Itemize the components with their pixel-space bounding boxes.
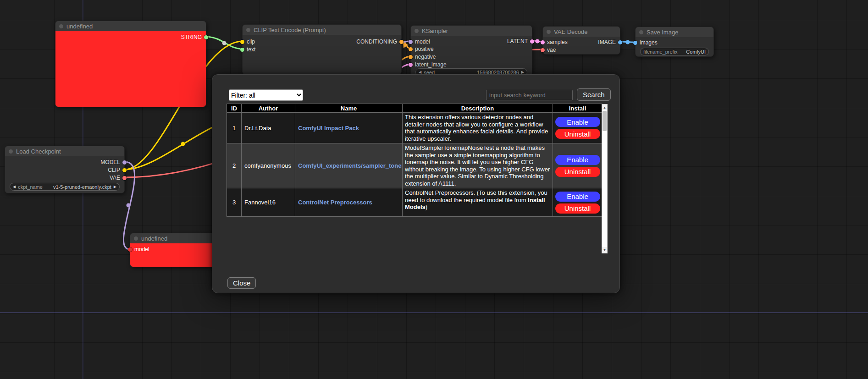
input-dot-latent-image[interactable] <box>409 63 413 67</box>
cell-name: ComfyUI_experiments/sampler_tonemap <box>295 143 403 188</box>
table-row: 1Dr.Lt.DataComfyUI Impact PackThis exten… <box>227 113 603 143</box>
uninstall-button[interactable]: Uninstall <box>555 129 600 139</box>
output-dot-conditioning[interactable] <box>399 40 404 44</box>
table-scrollbar[interactable]: ▲ ▼ <box>602 104 608 253</box>
slot-label: VAE <box>110 175 120 181</box>
slot-label: images <box>640 39 658 46</box>
next-arrow-icon[interactable]: ▶ <box>114 185 116 189</box>
cell-id: 2 <box>227 143 242 188</box>
uninstall-button[interactable]: Uninstall <box>555 167 600 177</box>
extensions-table-head-row: IDAuthorNameDescriptionInstall <box>227 104 603 113</box>
node-title: VAE Decode <box>554 28 587 35</box>
output-dot-vae[interactable] <box>122 176 127 180</box>
input-dot-positive[interactable] <box>409 47 413 51</box>
slot-label: IMAGE <box>598 39 616 45</box>
column-header: Name <box>295 104 403 113</box>
slot-label: model <box>134 246 149 253</box>
input-dot-negative[interactable] <box>409 55 413 59</box>
collapse-dot-icon[interactable] <box>246 28 250 32</box>
cell-description: ModelSamplerTonemapNoiseTest a node that… <box>403 143 553 188</box>
enable-button[interactable]: Enable <box>555 192 600 202</box>
link-midpoint-dot <box>127 203 131 208</box>
node-save-image[interactable]: Save Image images filename_prefix ComfyU… <box>635 27 714 57</box>
custom-nodes-manager-dialog: Filter: all Search IDAuthorNameDescripti… <box>212 74 620 293</box>
link-midpoint-dot <box>181 142 185 146</box>
cell-id: 3 <box>227 188 242 217</box>
collapse-dot-icon[interactable] <box>59 24 63 28</box>
input-dot-model[interactable] <box>409 40 413 44</box>
extensions-table-container: IDAuthorNameDescriptionInstall 1Dr.Lt.Da… <box>227 104 602 217</box>
node-load-checkpoint[interactable]: Load Checkpoint MODEL CLIP VAE ◀ ckpt_na… <box>5 146 125 193</box>
enable-button[interactable]: Enable <box>555 117 600 127</box>
extension-name-link[interactable]: ControlNet Preprocessors <box>298 199 372 206</box>
close-button[interactable]: Close <box>227 277 256 289</box>
collapse-dot-icon[interactable] <box>639 30 643 34</box>
slot-label: latent_image <box>415 61 447 68</box>
search-input[interactable] <box>486 90 573 100</box>
search-button[interactable]: Search <box>577 88 611 101</box>
node-title: Load Checkpoint <box>16 148 61 155</box>
enable-button[interactable]: Enable <box>555 155 600 165</box>
cell-author: Dr.Lt.Data <box>242 113 295 143</box>
node-clip-text-encode[interactable]: CLIP Text Encode (Prompt) clip text COND… <box>242 24 402 75</box>
column-header: Author <box>242 104 295 113</box>
input-dot-model[interactable] <box>128 247 132 252</box>
slot-label: CLIP <box>108 167 120 173</box>
node-ksampler[interactable]: KSampler model positive negative latent_… <box>410 25 532 77</box>
missing-node-body <box>55 31 206 107</box>
collapse-dot-icon[interactable] <box>134 236 138 241</box>
node-title: Save Image <box>647 29 678 36</box>
output-dot-clip[interactable] <box>122 168 127 172</box>
output-dot-latent[interactable] <box>530 39 534 44</box>
uninstall-button[interactable]: Uninstall <box>555 203 600 214</box>
slot-label: samples <box>547 39 568 45</box>
slot-label: text <box>247 46 255 53</box>
node-title: undefined <box>141 235 167 242</box>
filename-prefix-widget[interactable]: filename_prefix ComfyUI <box>640 48 709 55</box>
slot-label: vae <box>547 47 556 53</box>
link-midpoint-dot <box>536 39 540 44</box>
filter-select[interactable]: Filter: all <box>229 89 303 101</box>
extension-name-link[interactable]: ComfyUI_experiments/sampler_tonemap <box>298 162 403 169</box>
cell-author: Fannovel16 <box>242 188 295 217</box>
cell-install: EnableUninstall <box>553 113 603 143</box>
input-dot-text[interactable] <box>240 48 244 52</box>
slot-label: clip <box>247 38 255 45</box>
cell-description: This extension offers various detector n… <box>403 113 553 143</box>
input-dot-samples[interactable] <box>541 40 545 44</box>
extensions-table: IDAuthorNameDescriptionInstall 1Dr.Lt.Da… <box>227 104 603 217</box>
slot-label: MODEL <box>100 159 120 165</box>
scroll-up-icon[interactable]: ▲ <box>602 104 607 110</box>
collapse-dot-icon[interactable] <box>9 149 13 154</box>
output-dot-string[interactable] <box>204 35 208 39</box>
input-dot-images[interactable] <box>633 41 637 45</box>
output-dot-image[interactable] <box>618 40 622 44</box>
collapse-dot-icon[interactable] <box>415 29 419 33</box>
column-header: Description <box>403 104 553 113</box>
widget-value: ComfyUI <box>686 49 706 55</box>
slot-label: negative <box>415 54 436 60</box>
input-dot-clip[interactable] <box>240 40 244 44</box>
slot-label: LATENT <box>507 38 528 44</box>
collapse-dot-icon[interactable] <box>547 30 551 34</box>
ckpt-name-widget[interactable]: ◀ ckpt_name v1-5-pruned-emaonly.ckpt ▶ <box>10 183 120 191</box>
node-title: CLIP Text Encode (Prompt) <box>254 27 326 33</box>
prev-arrow-icon[interactable]: ◀ <box>13 185 16 189</box>
link-midpoint-dot <box>626 40 630 44</box>
slot-label: STRING <box>181 34 202 40</box>
column-header: ID <box>227 104 242 113</box>
widget-label: ckpt_name <box>18 184 43 190</box>
output-dot-model[interactable] <box>122 160 127 165</box>
node-vae-decode[interactable]: VAE Decode samples vae IMAGE <box>542 26 620 55</box>
widget-label: filename_prefix <box>643 49 678 55</box>
extensions-table-body: 1Dr.Lt.DataComfyUI Impact PackThis exten… <box>227 113 603 217</box>
scroll-down-icon[interactable]: ▼ <box>602 247 607 253</box>
increment-arrow-icon[interactable]: ▶ <box>521 71 524 74</box>
link-midpoint-dot <box>222 41 227 45</box>
node-undefined-top[interactable]: undefined STRING <box>55 21 206 107</box>
node-title: undefined <box>66 23 93 30</box>
extension-name-link[interactable]: ComfyUI Impact Pack <box>298 125 359 132</box>
scrollbar-thumb[interactable] <box>603 111 607 131</box>
decrement-arrow-icon[interactable]: ◀ <box>419 71 421 74</box>
input-dot-vae[interactable] <box>541 48 545 52</box>
